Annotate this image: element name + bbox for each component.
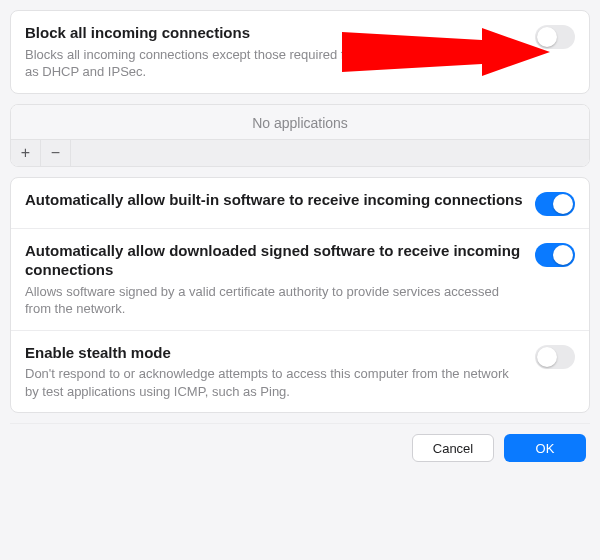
option-row-allow-builtin: Automatically allow built-in software to… bbox=[11, 178, 589, 228]
dialog-footer: Cancel OK bbox=[10, 423, 590, 466]
block-all-row: Block all incoming connections Blocks al… bbox=[11, 11, 589, 93]
option-desc: Don't respond to or acknowledge attempts… bbox=[25, 365, 523, 400]
option-text: Automatically allow downloaded signed so… bbox=[25, 241, 523, 318]
option-row-allow-signed: Automatically allow downloaded signed so… bbox=[11, 228, 589, 330]
options-panel: Automatically allow built-in software to… bbox=[10, 177, 590, 414]
add-application-button[interactable]: + bbox=[11, 140, 41, 166]
option-title: Automatically allow built-in software to… bbox=[25, 190, 523, 210]
block-all-desc: Blocks all incoming connections except t… bbox=[25, 46, 523, 81]
cancel-button[interactable]: Cancel bbox=[412, 434, 494, 462]
option-text: Enable stealth mode Don't respond to or … bbox=[25, 343, 523, 401]
allow-signed-toggle[interactable] bbox=[535, 243, 575, 267]
applications-empty-label: No applications bbox=[11, 105, 589, 139]
block-all-text: Block all incoming connections Blocks al… bbox=[25, 23, 523, 81]
applications-toolbar: + − bbox=[11, 139, 589, 166]
allow-builtin-toggle[interactable] bbox=[535, 192, 575, 216]
option-title: Enable stealth mode bbox=[25, 343, 523, 363]
block-all-toggle[interactable] bbox=[535, 25, 575, 49]
block-all-title: Block all incoming connections bbox=[25, 23, 523, 43]
ok-button[interactable]: OK bbox=[504, 434, 586, 462]
option-row-stealth: Enable stealth mode Don't respond to or … bbox=[11, 330, 589, 413]
stealth-toggle[interactable] bbox=[535, 345, 575, 369]
option-text: Automatically allow built-in software to… bbox=[25, 190, 523, 213]
block-all-panel: Block all incoming connections Blocks al… bbox=[10, 10, 590, 94]
remove-application-button[interactable]: − bbox=[41, 140, 71, 166]
option-title: Automatically allow downloaded signed so… bbox=[25, 241, 523, 280]
option-desc: Allows software signed by a valid certif… bbox=[25, 283, 523, 318]
applications-panel: No applications + − bbox=[10, 104, 590, 167]
